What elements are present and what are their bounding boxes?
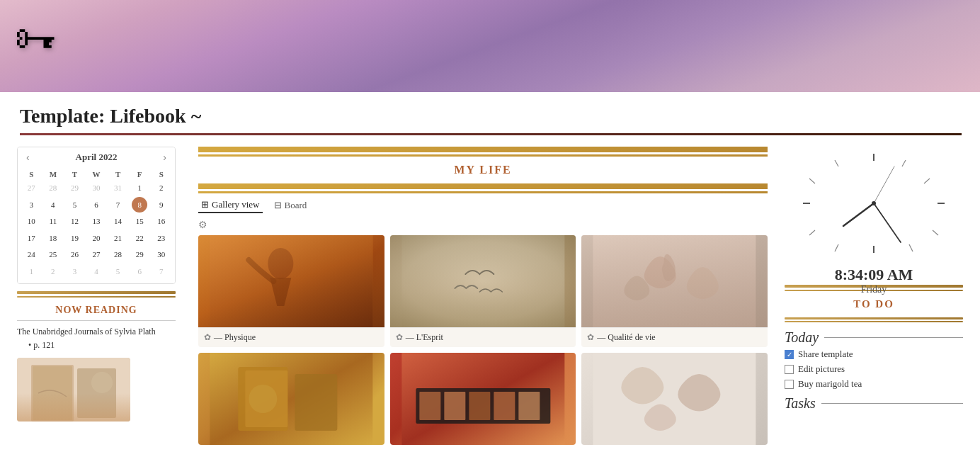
cal-day[interactable]: 22 — [129, 230, 151, 247]
svg-line-34 — [835, 160, 838, 166]
photo-esprit-image — [390, 235, 576, 327]
top-banner-lines — [198, 147, 768, 157]
cal-day[interactable]: 24 — [21, 247, 42, 264]
svg-point-4 — [91, 372, 113, 393]
cal-day[interactable]: 2 — [42, 264, 64, 281]
photo-esprit-caption: ✿ — L'Esprit — [390, 327, 576, 347]
tab-gallery-label: Gallery view — [212, 199, 260, 210]
svg-rect-19 — [469, 392, 490, 420]
caption-text: — Qualité de vie — [597, 332, 655, 343]
svg-rect-22 — [593, 353, 756, 445]
cal-day[interactable]: 26 — [64, 247, 86, 264]
cal-day[interactable]: 13 — [86, 213, 108, 230]
svg-rect-17 — [419, 392, 440, 420]
cal-day[interactable]: 30 — [150, 247, 172, 264]
deco-lines-1 — [17, 291, 176, 298]
cal-day[interactable]: 28 — [42, 180, 64, 197]
calendar-header: ‹ April 2022 › — [18, 147, 175, 167]
now-reading-label: NOW READING — [17, 305, 176, 316]
deco-lines-todo2 — [785, 317, 963, 322]
cal-day[interactable]: 3 — [21, 197, 42, 214]
photo-qualite-image — [581, 235, 768, 327]
cal-day[interactable]: 19 — [64, 230, 86, 247]
main-layout: ‹ April 2022 › S M T W T F S 27 28 — [0, 147, 980, 464]
cal-day[interactable]: 10 — [21, 213, 42, 230]
cal-day[interactable]: 7 — [150, 264, 172, 281]
cal-day[interactable]: 16 — [150, 213, 172, 230]
svg-line-30 — [909, 244, 913, 251]
photo-grid: ✿ — Physique — [198, 235, 768, 445]
tab-gallery-view[interactable]: ⊞ Gallery view — [198, 198, 263, 213]
cal-day[interactable]: 2 — [150, 180, 172, 197]
clock-container: 8:34:09 AM Friday — [796, 147, 952, 278]
cal-day[interactable]: 31 — [107, 180, 129, 197]
left-column: ‹ April 2022 › S M T W T F S 27 28 — [17, 147, 187, 464]
caption-icon: ✿ — [587, 332, 594, 343]
svg-rect-20 — [494, 392, 515, 420]
cal-day[interactable]: 30 — [86, 180, 108, 197]
calendar-month-label: April 2022 — [76, 152, 118, 163]
cal-day[interactable]: 20 — [86, 230, 108, 247]
bottom-banner-lines — [198, 183, 768, 193]
cal-day[interactable]: 1 — [21, 264, 42, 281]
cal-day[interactable]: 6 — [129, 264, 151, 281]
cal-day[interactable]: 15 — [129, 213, 151, 230]
cal-day[interactable]: 25 — [42, 247, 64, 264]
photo-card-physique[interactable]: ✿ — Physique — [198, 235, 384, 347]
photo-card-qualite[interactable]: ✿ — Qualité de vie — [581, 235, 768, 347]
svg-rect-18 — [444, 392, 465, 420]
svg-rect-13 — [295, 374, 337, 431]
cal-day-today[interactable]: 8 — [132, 197, 147, 213]
svg-rect-2 — [33, 366, 72, 420]
gallery-icon: ⊞ — [201, 199, 209, 210]
todo-title: TO DO — [785, 298, 963, 310]
cal-day[interactable]: 7 — [107, 197, 129, 214]
photo-qualite-caption: ✿ — Qualité de vie — [581, 327, 768, 347]
book-image — [17, 358, 130, 421]
cal-day[interactable]: 14 — [107, 213, 129, 230]
todo-checkbox-3[interactable] — [785, 380, 794, 389]
cal-day[interactable]: 18 — [42, 230, 64, 247]
todo-checkbox-2[interactable] — [785, 365, 794, 374]
photo-physique-image — [198, 235, 384, 327]
cal-day[interactable]: 29 — [64, 180, 86, 197]
photo-card-film[interactable] — [390, 353, 576, 445]
cal-day[interactable]: 6 — [86, 197, 108, 214]
photo-card-shells2[interactable] — [581, 353, 768, 445]
photo-film-image — [390, 353, 576, 445]
cal-day[interactable]: 12 — [64, 213, 86, 230]
cal-day[interactable]: 4 — [42, 197, 64, 214]
calendar-next-button[interactable]: › — [160, 152, 169, 163]
todo-checkbox-1[interactable]: ✓ — [785, 350, 794, 359]
photo-card-esprit[interactable]: ✿ — L'Esprit — [390, 235, 576, 347]
cal-day[interactable]: 3 — [64, 264, 86, 281]
tab-board[interactable]: ⊟ Board — [271, 198, 310, 213]
book-title: The Unabridged Journals of Sylvia Plath — [17, 327, 176, 337]
cal-day[interactable]: 5 — [107, 264, 129, 281]
filter-icon[interactable]: ⚙ — [198, 219, 768, 231]
svg-line-28 — [924, 179, 930, 183]
cal-day[interactable]: 1 — [129, 180, 151, 197]
svg-line-37 — [874, 166, 894, 203]
svg-point-38 — [872, 201, 876, 205]
cal-day[interactable]: 27 — [21, 180, 42, 197]
right-column: 8:34:09 AM Friday TO DO Today ✓ Share te… — [779, 147, 963, 464]
cal-day[interactable]: 4 — [86, 264, 108, 281]
cal-day[interactable]: 11 — [42, 213, 64, 230]
cal-day[interactable]: 29 — [129, 247, 151, 264]
clock-day: Friday — [796, 284, 952, 295]
board-icon: ⊟ — [274, 200, 282, 211]
cal-day[interactable]: 17 — [21, 230, 42, 247]
svg-point-14 — [249, 385, 277, 413]
photo-books-image — [198, 353, 384, 445]
photo-card-books[interactable] — [198, 353, 384, 445]
cal-day[interactable]: 9 — [150, 197, 172, 214]
svg-rect-6 — [210, 235, 372, 327]
cal-day[interactable]: 21 — [107, 230, 129, 247]
cal-day[interactable]: 5 — [64, 197, 86, 214]
cal-day[interactable]: 23 — [150, 230, 172, 247]
calendar-prev-button[interactable]: ‹ — [23, 152, 33, 163]
cal-day[interactable]: 27 — [86, 247, 108, 264]
svg-rect-21 — [518, 392, 540, 420]
cal-day[interactable]: 28 — [107, 247, 129, 264]
